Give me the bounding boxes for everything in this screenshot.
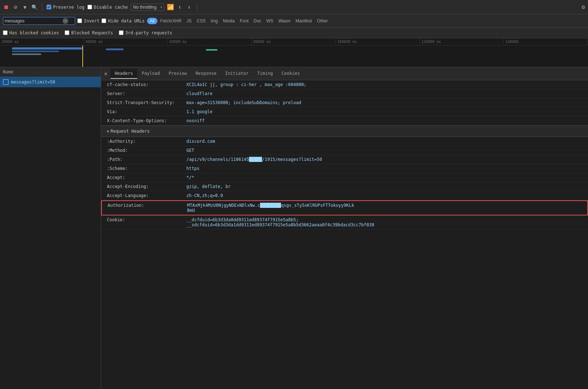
list-item-icon: [3, 79, 9, 85]
tab-timing[interactable]: Timing: [253, 69, 277, 79]
blocked-requests-text: Blocked Requests: [71, 30, 113, 35]
request-header-row: :Authority: discord.com: [101, 137, 588, 146]
tab-response[interactable]: Response: [191, 69, 221, 79]
preserve-log-checkbox[interactable]: [47, 5, 51, 9]
stop-icon[interactable]: ⏹: [3, 4, 9, 10]
header-name: Accept-Encoding:: [107, 184, 186, 189]
filter-type-media[interactable]: Media: [221, 18, 237, 24]
preserve-log-text: Preserve log: [53, 5, 85, 10]
filter-type-manifest[interactable]: Manifest: [293, 18, 314, 24]
request-header-row: Accept: */*: [101, 173, 588, 182]
header-value: /api/v9/channels/1106145█████/1915/messa…: [186, 157, 582, 162]
settings-icon[interactable]: ⚙: [581, 4, 585, 10]
disable-cache-text: Disable cache: [94, 5, 128, 10]
header-name: :Method:: [107, 148, 186, 153]
filter-type-js[interactable]: JS: [185, 18, 194, 24]
request-header-row: Cookie: __dcfduid=6b3d3da0dd9311ed89374f…: [101, 215, 588, 230]
timeline-tick: 100000 ms: [336, 38, 420, 45]
filter-type-doc[interactable]: Doc: [251, 18, 263, 24]
tab-close-icon[interactable]: ✕: [104, 70, 108, 77]
header-value: __dcfduid=6b3d3da0dd9311ed89374f7915e5a8…: [186, 217, 582, 227]
upload-icon[interactable]: ⬆: [177, 4, 183, 10]
header-name: :Authority:: [107, 139, 186, 144]
header-value: discord.com: [186, 139, 582, 144]
filter-type-wasm[interactable]: Wasm: [276, 18, 293, 24]
filter-type-all[interactable]: All: [147, 18, 157, 24]
timeline-ruler: 20000 ms40000 ms60000 ms80000 ms100000 m…: [0, 38, 588, 46]
filter-bar: ✕ Invert Hide data URLs AllFetch/XHRJSCS…: [0, 14, 588, 27]
response-header-row: Via: 1.1 google: [101, 107, 588, 116]
search-box[interactable]: ✕: [3, 17, 75, 25]
hide-data-urls-label[interactable]: Hide data URLs: [101, 18, 144, 23]
toolbar-divider-2: [197, 4, 197, 11]
search-input[interactable]: [5, 18, 62, 23]
hide-data-urls-checkbox[interactable]: [101, 18, 106, 23]
blocked-requests-label[interactable]: Blocked Requests: [65, 30, 113, 35]
throttling-select[interactable]: No throttling: [131, 4, 164, 11]
third-party-checkbox[interactable]: [119, 30, 124, 35]
main-split: Name messages?limit=50 ✕ HeadersPayloadP…: [0, 67, 588, 389]
timeline-vertical-line: [82, 46, 83, 67]
search-icon[interactable]: 🔍: [31, 4, 38, 10]
filter-type-img[interactable]: Img: [208, 18, 220, 24]
response-header-row: Server: cloudflare: [101, 89, 588, 98]
header-name: Via:: [107, 109, 186, 114]
invert-text: Invert: [84, 18, 99, 23]
header-value: */*: [186, 175, 582, 180]
wifi-icon[interactable]: 📶: [167, 4, 174, 10]
authorization-header-row: Authorization: MTAxMjk4MzU0NjgyNDExNDlxN…: [101, 200, 588, 215]
header-value: nosniff: [186, 118, 582, 123]
headers-content: cf-cache-status: XCIL4a1C jj, group : ci…: [101, 80, 588, 230]
tab-initiator[interactable]: Initiator: [221, 69, 253, 79]
toolbar: ⏹ ⊘ ▼ 🔍 Preserve log Disable cache No th…: [0, 0, 588, 14]
request-headers-section[interactable]: ▼ Request Headers: [101, 125, 588, 137]
timeline-bar: [12, 47, 82, 50]
timeline-bar: [12, 51, 59, 52]
response-header-row: X-Content-Type-Options: nosniff: [101, 116, 588, 125]
filter-type-ws[interactable]: WS: [264, 18, 275, 24]
list-item[interactable]: messages?limit=50: [0, 77, 101, 87]
disable-cache-label[interactable]: Disable cache: [87, 5, 128, 10]
response-header-row: Strict-Transport-Security: max-age=31536…: [101, 98, 588, 107]
search-clear-icon[interactable]: ✕: [62, 18, 68, 24]
header-value[interactable]: MTAxMjk4MzU0NjgyNDExNDlxNw.c████████qsgv…: [187, 203, 581, 213]
list-header-name: Name: [3, 69, 13, 74]
filter-type-css[interactable]: CSS: [195, 18, 208, 24]
download-icon[interactable]: ⬇: [186, 4, 193, 10]
timeline: 20000 ms40000 ms60000 ms80000 ms100000 m…: [0, 38, 588, 67]
request-header-row: :Path: /api/v9/channels/1106145█████/191…: [101, 155, 588, 164]
blocked-requests-checkbox[interactable]: [65, 30, 69, 35]
request-list: Name messages?limit=50: [0, 67, 101, 389]
header-value: cloudflare: [186, 91, 582, 96]
clear-icon[interactable]: ⊘: [12, 4, 19, 10]
invert-label[interactable]: Invert: [77, 18, 99, 23]
invert-checkbox[interactable]: [77, 18, 82, 23]
has-blocked-cookies-label[interactable]: Has blocked cookies: [3, 30, 59, 35]
hide-data-urls-text: Hide data URLs: [108, 18, 144, 23]
filter-type-font[interactable]: Font: [238, 18, 251, 24]
header-name: Accept:: [107, 175, 186, 180]
header-name: :Scheme:: [107, 166, 186, 171]
header-name: Server:: [107, 91, 186, 96]
tab-cookies[interactable]: Cookies: [277, 69, 304, 79]
filter-type-other[interactable]: Other: [315, 18, 330, 24]
tab-headers[interactable]: Headers: [111, 69, 138, 79]
section-arrow-icon: ▼: [107, 129, 109, 133]
has-blocked-cookies-checkbox[interactable]: [3, 30, 8, 35]
list-header: Name: [0, 67, 101, 77]
header-value: 1.1 google: [186, 109, 582, 114]
third-party-label[interactable]: 3rd-party requests: [119, 30, 172, 35]
request-header-row: Accept-Language: zh-CN,zh;q=0.9: [101, 191, 588, 200]
tab-payload[interactable]: Payload: [137, 69, 164, 79]
timeline-tick: 80000 ms: [252, 38, 336, 45]
tab-preview[interactable]: Preview: [164, 69, 191, 79]
preserve-log-label[interactable]: Preserve log: [47, 5, 85, 10]
filter-type-fetch/xhr[interactable]: Fetch/XHR: [158, 18, 184, 24]
disable-cache-checkbox[interactable]: [87, 5, 92, 9]
timeline-bars: [0, 46, 588, 67]
filter-icon[interactable]: ▼: [22, 4, 28, 10]
third-party-text: 3rd-party requests: [125, 30, 172, 35]
throttling-select-wrapper[interactable]: No throttling: [131, 4, 164, 11]
detail-panel: ✕ HeadersPayloadPreviewResponseInitiator…: [101, 67, 588, 389]
timeline-bar: [206, 49, 218, 51]
